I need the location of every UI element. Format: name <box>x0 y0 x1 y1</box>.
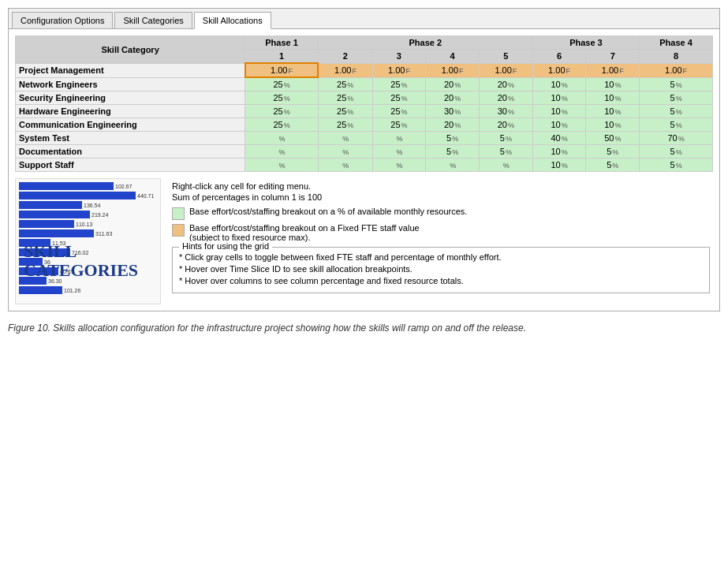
cell-value: 25 <box>273 106 282 116</box>
data-cell[interactable]: 1.00F <box>480 63 533 77</box>
data-cell[interactable]: % <box>245 132 319 145</box>
data-cell[interactable]: % <box>372 132 426 145</box>
tab-configuration-options[interactable]: Configuration Options <box>12 12 113 28</box>
main-content-area: Skill Category Phase 1 Phase 2 Phase 3 P… <box>9 29 719 311</box>
data-cell[interactable]: 20% <box>426 91 480 105</box>
data-cell[interactable]: 50% <box>586 132 640 145</box>
data-cell[interactable]: 10% <box>532 77 586 91</box>
data-cell[interactable]: % <box>245 145 319 158</box>
data-cell[interactable]: 5% <box>586 145 640 158</box>
cell-suffix: % <box>454 121 461 129</box>
data-cell[interactable]: 10% <box>532 158 586 172</box>
data-cell[interactable]: % <box>245 158 319 172</box>
data-cell[interactable]: 10% <box>586 91 640 105</box>
cell-suffix: % <box>452 148 458 156</box>
data-cell[interactable]: 25% <box>245 105 319 118</box>
cell-value: 20 <box>444 120 454 129</box>
data-cell[interactable]: 5% <box>426 132 480 145</box>
data-cell[interactable]: 20% <box>426 77 480 91</box>
data-cell[interactable]: 5% <box>640 145 713 158</box>
data-cell[interactable]: 5% <box>640 105 713 118</box>
cell-suffix: F <box>619 67 624 75</box>
data-cell[interactable]: 5% <box>426 145 480 158</box>
chart-bar-label: 136.54 <box>84 203 100 208</box>
cell-value: 1.00 <box>334 65 351 75</box>
data-cell[interactable]: 5% <box>480 132 533 145</box>
data-cell[interactable]: % <box>372 145 426 158</box>
data-cell[interactable]: 5% <box>640 77 713 91</box>
data-cell[interactable]: 10% <box>586 105 640 118</box>
cell-suffix: % <box>347 108 353 116</box>
data-cell[interactable]: 25% <box>245 77 319 91</box>
data-cell[interactable]: 5% <box>640 158 713 172</box>
tab-skill-allocations[interactable]: Skill Allocations <box>194 12 271 29</box>
cell-suffix: % <box>347 121 353 129</box>
cell-value: 5 <box>607 160 611 170</box>
data-cell[interactable]: 70% <box>640 132 713 145</box>
data-cell[interactable]: 25% <box>318 77 372 91</box>
data-cell[interactable]: 10% <box>586 118 640 132</box>
cell-value: 25 <box>337 120 346 129</box>
data-cell[interactable]: 10% <box>532 118 586 132</box>
data-cell[interactable]: 5% <box>640 91 713 105</box>
cell-suffix: % <box>396 135 402 143</box>
data-cell[interactable]: 1.00F <box>372 63 426 77</box>
data-cell[interactable]: 25% <box>245 118 319 132</box>
data-cell[interactable]: 10% <box>532 145 586 158</box>
data-cell[interactable]: 20% <box>480 118 533 132</box>
data-cell[interactable]: 5% <box>640 118 713 132</box>
data-cell[interactable]: 10% <box>586 77 640 91</box>
data-cell[interactable]: 25% <box>318 105 372 118</box>
data-cell[interactable]: 1.00F <box>532 63 586 77</box>
data-cell[interactable]: 1.00F <box>586 63 640 77</box>
cell-suffix: % <box>401 95 408 103</box>
legend-green-box <box>172 207 185 220</box>
data-cell[interactable]: % <box>318 132 372 145</box>
data-cell[interactable]: 40% <box>532 132 586 145</box>
data-cell[interactable]: 25% <box>318 91 372 105</box>
cell-suffix: % <box>401 121 408 129</box>
data-cell[interactable]: 30% <box>426 105 480 118</box>
data-cell[interactable]: % <box>372 158 426 172</box>
data-cell[interactable]: % <box>426 158 480 172</box>
data-cell[interactable]: 20% <box>480 91 533 105</box>
cell-value: 20 <box>498 120 507 129</box>
data-cell[interactable]: 10% <box>532 105 586 118</box>
data-cell[interactable]: 25% <box>372 118 426 132</box>
cell-suffix: % <box>284 121 290 129</box>
data-cell[interactable]: 1.00F <box>318 63 372 77</box>
data-cell[interactable]: % <box>480 158 533 172</box>
data-cell[interactable]: 1.00F <box>426 63 480 77</box>
chart-bar-label: 219.24 <box>91 212 108 218</box>
cell-suffix: % <box>284 108 290 116</box>
bottom-section: 102.67440.71136.54219.24110.13311.6311.5… <box>15 178 713 304</box>
cell-suffix: % <box>562 148 568 156</box>
cell-suffix: % <box>676 108 682 116</box>
data-cell[interactable]: 20% <box>426 118 480 132</box>
chart-area: 102.67440.71136.54219.24110.13311.6311.5… <box>15 178 161 304</box>
data-cell[interactable]: 25% <box>372 77 426 91</box>
cell-value: 10 <box>551 80 560 89</box>
data-cell[interactable]: 25% <box>245 91 319 105</box>
data-cell[interactable]: 5% <box>480 145 533 158</box>
data-cell[interactable]: 25% <box>372 105 426 118</box>
data-cell[interactable]: 25% <box>318 118 372 132</box>
skill-allocations-table: Skill Category Phase 1 Phase 2 Phase 3 P… <box>15 35 713 172</box>
cell-value: 40 <box>551 133 560 143</box>
cell-value: 25 <box>337 93 346 103</box>
data-cell[interactable]: 25% <box>372 91 426 105</box>
data-cell[interactable]: 10% <box>532 91 586 105</box>
tab-skill-categories[interactable]: Skill Categories <box>114 12 192 28</box>
cell-value: 10 <box>551 147 560 156</box>
data-cell[interactable]: 30% <box>480 105 533 118</box>
data-cell[interactable]: 20% <box>480 77 533 91</box>
data-cell[interactable]: 1.00F <box>245 63 319 77</box>
hints-title: Hints for using the grid <box>179 241 272 251</box>
skill-cat-cell: Communication Engineering <box>16 118 245 132</box>
data-cell[interactable]: % <box>318 158 372 172</box>
data-cell[interactable]: 1.00F <box>640 63 713 77</box>
data-cell[interactable]: % <box>318 145 372 158</box>
data-cell[interactable]: 5% <box>586 158 640 172</box>
chart-bar <box>19 182 114 190</box>
chart-bar-row: 136.54 <box>19 201 157 209</box>
